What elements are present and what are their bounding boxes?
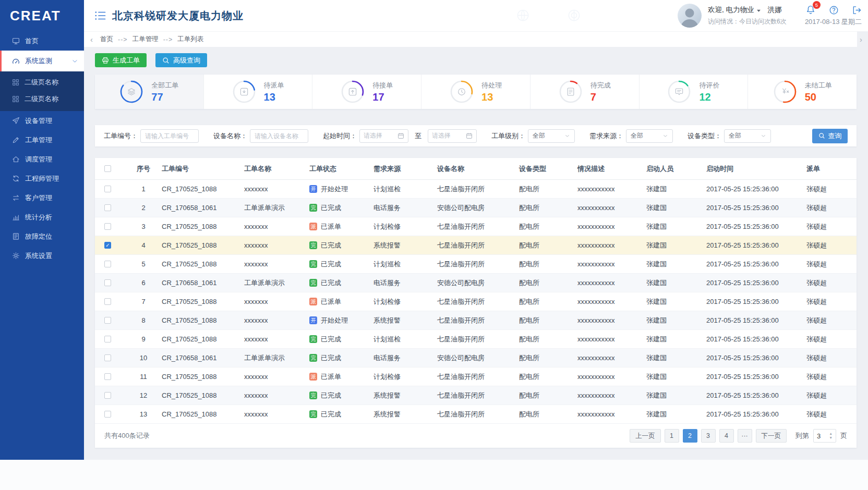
cell-dispatcher: 张硕超: [806, 410, 847, 419]
select-all-checkbox[interactable]: [104, 165, 111, 172]
table-row[interactable]: 3 CR_170525_1088 xxxxxxx 派 已派单 计划检修 七星油脂…: [95, 217, 857, 236]
bell-icon[interactable]: 5: [805, 5, 816, 15]
status-label: 已派单: [321, 372, 341, 382]
cell-source: 系统报警: [373, 316, 437, 325]
stat-card-未结工单[interactable]: 未结工单 50: [748, 75, 857, 109]
start-date-picker[interactable]: 请选择: [359, 129, 408, 143]
goto-page-input[interactable]: 3 ▲▼: [813, 429, 836, 443]
page-button-3[interactable]: 3: [701, 429, 716, 443]
table-row[interactable]: 2 CR_170658_1061 工单派单演示 完 已完成 电话服务 安德公司配…: [95, 199, 857, 217]
sidebar-item[interactable]: 系统监测: [0, 51, 84, 71]
sidebar-item[interactable]: 调度管理: [0, 150, 84, 169]
stat-card-待评价[interactable]: 待评价 12: [640, 75, 749, 109]
sidebar-item[interactable]: 工程师管理: [0, 169, 84, 188]
page-button-1[interactable]: 1: [665, 429, 679, 443]
spinner-arrows-icon[interactable]: ▲▼: [829, 432, 833, 439]
swap-icon: [11, 194, 20, 202]
cell-source: 计划巡检: [373, 260, 437, 269]
table-row[interactable]: 1 CR_170525_1088 xxxxxxx 开 开始处理 计划巡检 七星油…: [95, 180, 857, 199]
sidebar-item[interactable]: 系统设置: [0, 246, 84, 265]
row-checkbox[interactable]: [104, 261, 111, 267]
row-checkbox[interactable]: [104, 223, 111, 230]
table-row[interactable]: 10 CR_170658_1061 工单派单演示 完 已完成 电话服务 安德公司…: [95, 349, 857, 368]
table-row[interactable]: ✓ 4 CR_170525_1088 xxxxxxx 完 已完成 系统报警 七星…: [95, 236, 857, 255]
menu-toggle-icon[interactable]: [95, 11, 106, 20]
breadcrumb-forward-icon[interactable]: ›: [860, 35, 862, 44]
table-row[interactable]: 9 CR_170525_1088 xxxxxxx 完 已完成 计划巡检 七星油脂…: [95, 330, 857, 349]
cell-device-type: 配电所: [519, 278, 577, 288]
stat-card-待处理[interactable]: 待处理 13: [421, 75, 531, 109]
logout-icon[interactable]: [852, 5, 862, 15]
search-button[interactable]: 查询: [812, 129, 848, 143]
column-header: 工单状态: [309, 164, 373, 174]
row-checkbox[interactable]: [104, 373, 111, 380]
order-no-input[interactable]: [140, 129, 199, 143]
breadcrumb-item[interactable]: 工单管理: [132, 35, 159, 44]
cell-device-type: 配电所: [519, 391, 577, 400]
page-button-2[interactable]: 2: [683, 429, 697, 443]
cell-device-type: 配电所: [519, 335, 577, 344]
breadcrumb-items: 首页-->工单管理-->工单列表: [100, 35, 203, 44]
table-row[interactable]: 7 CR_170525_1088 xxxxxxx 派 已派单 计划检修 七星油脂…: [95, 292, 857, 311]
status-label: 已完成: [321, 391, 341, 400]
row-checkbox[interactable]: ✓: [104, 242, 111, 249]
end-date-picker[interactable]: 请选择: [428, 129, 477, 143]
row-checkbox[interactable]: [104, 298, 111, 305]
cell-order-name: xxxxxxx: [244, 391, 309, 399]
table-row[interactable]: 13 CR_170525_1088 xxxxxxx 完 已完成 系统报警 七星油…: [95, 405, 857, 424]
row-checkbox[interactable]: [104, 317, 111, 324]
page-button-4[interactable]: 4: [719, 429, 734, 443]
breadcrumb-item[interactable]: 首页: [100, 35, 113, 44]
stat-card-待接单[interactable]: 待接单 17: [312, 75, 421, 109]
advanced-search-button[interactable]: 高级查询: [155, 53, 207, 67]
page-button-···[interactable]: ···: [738, 429, 752, 443]
stat-card-待派单[interactable]: 待派单 13: [204, 75, 313, 109]
cell-order-name: 工单派单演示: [244, 353, 309, 363]
table-row[interactable]: 11 CR_170525_1088 xxxxxxx 派 已派单 计划检修 七星油…: [95, 368, 857, 386]
row-checkbox[interactable]: [104, 336, 111, 342]
next-page-button[interactable]: 下一页: [756, 429, 787, 443]
level-select[interactable]: 全部: [528, 129, 575, 143]
breadcrumb-back-icon[interactable]: ‹: [90, 35, 93, 44]
row-checkbox[interactable]: [104, 354, 111, 361]
source-select[interactable]: 全部: [626, 129, 673, 143]
create-order-button[interactable]: 生成工单: [95, 53, 147, 67]
sidebar-item[interactable]: 统计分析: [0, 207, 84, 227]
table-row[interactable]: 6 CR_170658_1061 工单派单演示 完 已完成 电话服务 安德公司配…: [95, 274, 857, 292]
calendar-icon: [397, 132, 404, 139]
sidebar-subitem[interactable]: 二级页名称: [0, 74, 84, 91]
prev-page-button[interactable]: 上一页: [630, 429, 661, 443]
table-row[interactable]: 5 CR_170525_1088 xxxxxxx 完 已完成 计划巡检 七星油脂…: [95, 255, 857, 274]
status-label: 已完成: [321, 203, 341, 213]
cell-device-type: 配电所: [519, 316, 577, 325]
row-checkbox[interactable]: [104, 186, 111, 192]
stat-label: 全部工单: [151, 81, 178, 90]
row-checkbox[interactable]: [104, 392, 111, 399]
chevron-down-icon[interactable]: [756, 8, 761, 13]
breadcrumb-item[interactable]: 工单列表: [177, 35, 203, 44]
document-icon: [11, 232, 20, 241]
row-checkbox[interactable]: [104, 279, 111, 286]
device-type-select[interactable]: 全部: [724, 129, 771, 143]
sidebar-item[interactable]: 客户管理: [0, 188, 84, 207]
user-info: 欢迎, 电力物业 洪娜 访问情况：今日访问次数6次: [708, 5, 798, 26]
stat-card-全部工单[interactable]: 全部工单 77: [95, 75, 204, 109]
cell-order-no: CR_170525_1088: [162, 298, 244, 305]
device-name-input[interactable]: [250, 129, 308, 143]
sidebar-item[interactable]: 工单管理: [0, 130, 84, 150]
help-icon[interactable]: [829, 5, 839, 15]
sidebar-subitem[interactable]: 二级页名称: [0, 91, 84, 107]
sidebar-item[interactable]: 故障定位: [0, 227, 84, 246]
welcome-text[interactable]: 欢迎, 电力物业 洪娜: [708, 5, 798, 15]
table-row[interactable]: 8 CR_170525_1088 xxxxxxx 开 开始处理 系统报警 七星油…: [95, 311, 857, 330]
visit-info: 访问情况：今日访问次数6次: [708, 17, 798, 26]
sidebar-item[interactable]: 首页: [0, 31, 84, 51]
avatar[interactable]: [678, 4, 702, 28]
cell-status: 完 已完成: [309, 241, 373, 250]
row-checkbox[interactable]: [104, 204, 111, 211]
date-text: 2017-08-13: [805, 18, 840, 26]
row-checkbox[interactable]: [104, 411, 111, 418]
table-row[interactable]: 12 CR_170525_1088 xxxxxxx 完 已完成 系统报警 七星油…: [95, 386, 857, 405]
stat-card-待完成[interactable]: 待完成 7: [531, 75, 640, 109]
sidebar-item[interactable]: 设备管理: [0, 111, 84, 130]
